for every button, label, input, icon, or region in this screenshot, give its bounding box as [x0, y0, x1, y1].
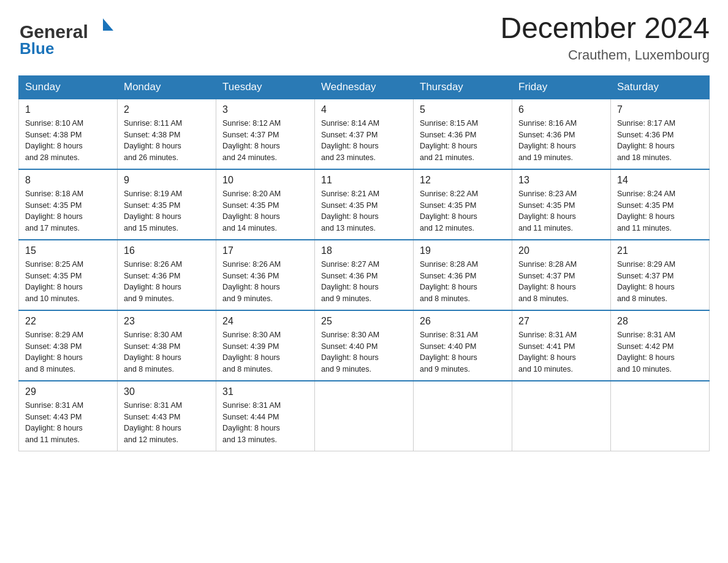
day-number: 6	[518, 104, 604, 115]
table-row: 25 Sunrise: 8:30 AM Sunset: 4:40 PM Dayl…	[315, 310, 414, 381]
day-number: 28	[617, 316, 703, 327]
table-row	[611, 381, 710, 451]
col-sunday: Sunday	[19, 75, 118, 99]
day-number: 7	[617, 104, 703, 115]
table-row: 11 Sunrise: 8:21 AM Sunset: 4:35 PM Dayl…	[315, 169, 414, 240]
day-info: Sunrise: 8:22 AM Sunset: 4:35 PM Dayligh…	[420, 188, 506, 234]
table-row: 23 Sunrise: 8:30 AM Sunset: 4:38 PM Dayl…	[118, 310, 216, 381]
logo-svg: General Blue	[18, 12, 116, 58]
day-info: Sunrise: 8:31 AM Sunset: 4:41 PM Dayligh…	[518, 329, 604, 375]
day-info: Sunrise: 8:12 AM Sunset: 4:37 PM Dayligh…	[222, 118, 308, 164]
calendar-week-4: 22 Sunrise: 8:29 AM Sunset: 4:38 PM Dayl…	[19, 310, 710, 381]
table-row: 3 Sunrise: 8:12 AM Sunset: 4:37 PM Dayli…	[216, 99, 315, 169]
table-row: 9 Sunrise: 8:19 AM Sunset: 4:35 PM Dayli…	[118, 169, 216, 240]
table-row: 28 Sunrise: 8:31 AM Sunset: 4:42 PM Dayl…	[611, 310, 710, 381]
col-tuesday: Tuesday	[216, 75, 315, 99]
calendar-header-row: Sunday Monday Tuesday Wednesday Thursday…	[19, 75, 710, 99]
day-number: 23	[124, 316, 210, 327]
day-number: 14	[617, 175, 703, 186]
table-row: 27 Sunrise: 8:31 AM Sunset: 4:41 PM Dayl…	[512, 310, 611, 381]
day-number: 29	[25, 386, 111, 397]
day-number: 30	[124, 386, 210, 397]
day-info: Sunrise: 8:11 AM Sunset: 4:38 PM Dayligh…	[124, 118, 210, 164]
table-row: 29 Sunrise: 8:31 AM Sunset: 4:43 PM Dayl…	[19, 381, 118, 451]
calendar-week-5: 29 Sunrise: 8:31 AM Sunset: 4:43 PM Dayl…	[19, 381, 710, 451]
day-number: 31	[222, 386, 308, 397]
table-row: 14 Sunrise: 8:24 AM Sunset: 4:35 PM Dayl…	[611, 169, 710, 240]
day-number: 19	[420, 245, 506, 256]
day-info: Sunrise: 8:23 AM Sunset: 4:35 PM Dayligh…	[518, 188, 604, 234]
day-number: 16	[124, 245, 210, 256]
svg-text:Blue: Blue	[20, 39, 54, 58]
day-info: Sunrise: 8:28 AM Sunset: 4:37 PM Dayligh…	[518, 259, 604, 305]
day-info: Sunrise: 8:17 AM Sunset: 4:36 PM Dayligh…	[617, 118, 703, 164]
day-info: Sunrise: 8:18 AM Sunset: 4:35 PM Dayligh…	[25, 188, 111, 234]
day-info: Sunrise: 8:31 AM Sunset: 4:42 PM Dayligh…	[617, 329, 703, 375]
day-number: 2	[124, 104, 210, 115]
col-friday: Friday	[512, 75, 611, 99]
table-row: 1 Sunrise: 8:10 AM Sunset: 4:38 PM Dayli…	[19, 99, 118, 169]
day-info: Sunrise: 8:30 AM Sunset: 4:38 PM Dayligh…	[124, 329, 210, 375]
day-info: Sunrise: 8:29 AM Sunset: 4:38 PM Dayligh…	[25, 329, 111, 375]
table-row: 12 Sunrise: 8:22 AM Sunset: 4:35 PM Dayl…	[414, 169, 512, 240]
day-number: 5	[420, 104, 506, 115]
day-number: 12	[420, 175, 506, 186]
day-info: Sunrise: 8:29 AM Sunset: 4:37 PM Dayligh…	[617, 259, 703, 305]
day-number: 13	[518, 175, 604, 186]
day-number: 20	[518, 245, 604, 256]
day-info: Sunrise: 8:25 AM Sunset: 4:35 PM Dayligh…	[25, 259, 111, 305]
table-row: 26 Sunrise: 8:31 AM Sunset: 4:40 PM Dayl…	[414, 310, 512, 381]
page-subtitle: Crauthem, Luxembourg	[500, 47, 710, 63]
day-number: 24	[222, 316, 308, 327]
calendar-week-1: 1 Sunrise: 8:10 AM Sunset: 4:38 PM Dayli…	[19, 99, 710, 169]
day-info: Sunrise: 8:16 AM Sunset: 4:36 PM Dayligh…	[518, 118, 604, 164]
table-row	[512, 381, 611, 451]
day-info: Sunrise: 8:19 AM Sunset: 4:35 PM Dayligh…	[124, 188, 210, 234]
table-row: 4 Sunrise: 8:14 AM Sunset: 4:37 PM Dayli…	[315, 99, 414, 169]
day-info: Sunrise: 8:31 AM Sunset: 4:40 PM Dayligh…	[420, 329, 506, 375]
day-number: 18	[321, 245, 407, 256]
table-row: 8 Sunrise: 8:18 AM Sunset: 4:35 PM Dayli…	[19, 169, 118, 240]
day-info: Sunrise: 8:20 AM Sunset: 4:35 PM Dayligh…	[222, 188, 308, 234]
calendar-week-2: 8 Sunrise: 8:18 AM Sunset: 4:35 PM Dayli…	[19, 169, 710, 240]
day-number: 21	[617, 245, 703, 256]
table-row: 2 Sunrise: 8:11 AM Sunset: 4:38 PM Dayli…	[118, 99, 216, 169]
day-info: Sunrise: 8:27 AM Sunset: 4:36 PM Dayligh…	[321, 259, 407, 305]
day-info: Sunrise: 8:10 AM Sunset: 4:38 PM Dayligh…	[25, 118, 111, 164]
col-thursday: Thursday	[414, 75, 512, 99]
table-row: 31 Sunrise: 8:31 AM Sunset: 4:44 PM Dayl…	[216, 381, 315, 451]
day-info: Sunrise: 8:31 AM Sunset: 4:44 PM Dayligh…	[222, 400, 308, 446]
day-info: Sunrise: 8:28 AM Sunset: 4:36 PM Dayligh…	[420, 259, 506, 305]
title-block: December 2024 Crauthem, Luxembourg	[500, 12, 710, 63]
day-info: Sunrise: 8:26 AM Sunset: 4:36 PM Dayligh…	[124, 259, 210, 305]
table-row: 21 Sunrise: 8:29 AM Sunset: 4:37 PM Dayl…	[611, 240, 710, 310]
table-row: 7 Sunrise: 8:17 AM Sunset: 4:36 PM Dayli…	[611, 99, 710, 169]
day-number: 1	[25, 104, 111, 115]
day-info: Sunrise: 8:24 AM Sunset: 4:35 PM Dayligh…	[617, 188, 703, 234]
table-row: 10 Sunrise: 8:20 AM Sunset: 4:35 PM Dayl…	[216, 169, 315, 240]
table-row: 20 Sunrise: 8:28 AM Sunset: 4:37 PM Dayl…	[512, 240, 611, 310]
table-row: 17 Sunrise: 8:26 AM Sunset: 4:36 PM Dayl…	[216, 240, 315, 310]
day-number: 3	[222, 104, 308, 115]
day-number: 17	[222, 245, 308, 256]
svg-marker-1	[103, 18, 113, 31]
day-number: 10	[222, 175, 308, 186]
table-row	[414, 381, 512, 451]
table-row: 16 Sunrise: 8:26 AM Sunset: 4:36 PM Dayl…	[118, 240, 216, 310]
table-row	[315, 381, 414, 451]
day-number: 26	[420, 316, 506, 327]
col-monday: Monday	[118, 75, 216, 99]
col-saturday: Saturday	[611, 75, 710, 99]
day-info: Sunrise: 8:26 AM Sunset: 4:36 PM Dayligh…	[222, 259, 308, 305]
table-row: 15 Sunrise: 8:25 AM Sunset: 4:35 PM Dayl…	[19, 240, 118, 310]
day-info: Sunrise: 8:31 AM Sunset: 4:43 PM Dayligh…	[124, 400, 210, 446]
day-number: 11	[321, 175, 407, 186]
day-info: Sunrise: 8:31 AM Sunset: 4:43 PM Dayligh…	[25, 400, 111, 446]
col-wednesday: Wednesday	[315, 75, 414, 99]
day-info: Sunrise: 8:30 AM Sunset: 4:39 PM Dayligh…	[222, 329, 308, 375]
day-number: 25	[321, 316, 407, 327]
page-title: December 2024	[500, 12, 710, 45]
day-number: 8	[25, 175, 111, 186]
day-number: 15	[25, 245, 111, 256]
table-row: 24 Sunrise: 8:30 AM Sunset: 4:39 PM Dayl…	[216, 310, 315, 381]
